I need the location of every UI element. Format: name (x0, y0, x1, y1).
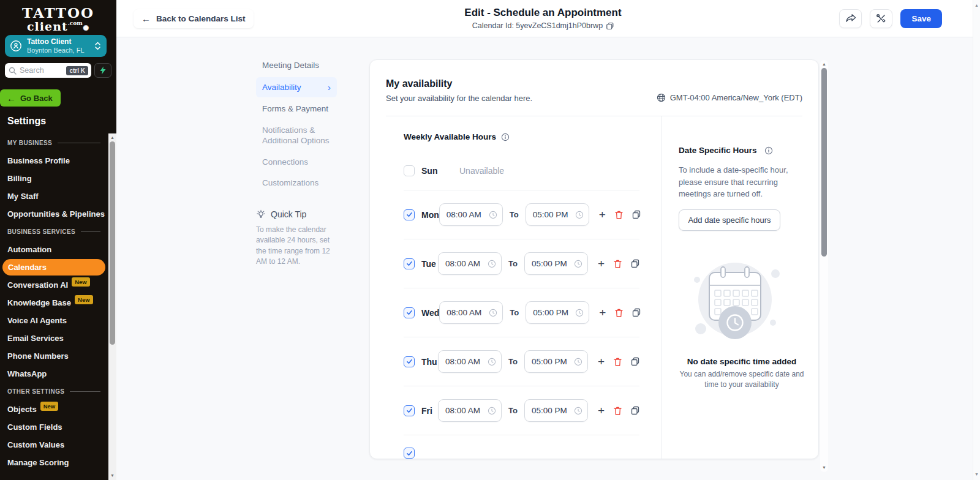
day-label: Fri (421, 406, 438, 416)
end-time-input-thu[interactable]: 05:00 PM (524, 350, 588, 373)
day-label: Tue (421, 259, 438, 269)
copy-hours-button[interactable] (632, 308, 641, 317)
account-switcher[interactable]: Tattoo Client Boynton Beach, FL (5, 35, 107, 57)
clock-icon (488, 358, 496, 366)
sidebar-scrollbar-thumb[interactable] (110, 141, 115, 345)
settings-menu: MY BUSINESS Business Profile Billing My … (0, 134, 108, 471)
sidebar-item-conversation-ai[interactable]: Conversation AINew (0, 276, 108, 294)
quick-tip: Quick Tip To make the calendar available… (256, 209, 338, 268)
end-time-input-tue[interactable]: 05:00 PM (524, 252, 588, 275)
quick-tip-title: Quick Tip (271, 209, 306, 219)
delete-hours-button[interactable] (613, 406, 622, 416)
sidebar-item-custom-fields[interactable]: Custom Fields (0, 418, 108, 436)
scroll-up-icon[interactable]: ▲ (822, 61, 826, 67)
sidebar-item-business-profile[interactable]: Business Profile (0, 152, 108, 170)
sidebar-item-my-staff[interactable]: My Staff (0, 187, 108, 205)
copy-hours-button[interactable] (631, 357, 639, 366)
copy-hours-button[interactable] (632, 210, 641, 219)
scroll-up-icon[interactable]: ▲ (110, 135, 115, 140)
day-row-tue: Tue 08:00 AM To 05:00 PM + (404, 239, 639, 288)
to-label: To (508, 259, 518, 268)
day-checkbox-wed[interactable] (404, 307, 415, 318)
weekly-hours-panel: Weekly Available Hours Sun Unavailable (370, 116, 661, 459)
sidebar-scrollbar[interactable]: ▲ ▼ (108, 133, 116, 480)
menu-section-other-settings: OTHER SETTINGS (0, 383, 108, 400)
copy-hours-button[interactable] (631, 259, 639, 268)
sidebar-item-knowledge-base[interactable]: Knowledge BaseNew (0, 294, 108, 312)
tab-forms-payment[interactable]: Forms & Payment (256, 99, 337, 119)
scroll-down-icon[interactable]: ▼ (822, 465, 826, 470)
tab-customizations[interactable]: Customizations (256, 173, 337, 193)
end-time-input-fri[interactable]: 05:00 PM (524, 399, 588, 422)
to-label: To (510, 308, 519, 317)
clock-icon (574, 407, 582, 415)
add-hours-button[interactable]: + (599, 209, 606, 220)
day-checkbox-fri[interactable] (404, 405, 415, 416)
sidebar-item-phone-numbers[interactable]: Phone Numbers (0, 347, 108, 365)
add-hours-button[interactable]: + (598, 356, 605, 367)
empty-state-subtitle: You can add/remove specific date and tim… (679, 369, 805, 391)
start-time-input-mon[interactable]: 08:00 AM (439, 203, 503, 226)
day-checkbox-tue[interactable] (404, 258, 415, 269)
tab-meeting-details[interactable]: Meeting Details (256, 56, 337, 75)
scroll-up-icon[interactable]: ▲ (974, 2, 979, 8)
info-icon[interactable] (764, 146, 773, 155)
day-checkbox-mon[interactable] (404, 209, 415, 220)
delete-hours-button[interactable] (614, 308, 624, 318)
scroll-down-icon[interactable]: ▼ (110, 473, 115, 478)
page-scrollbar[interactable]: ▲ ▼ (973, 0, 980, 480)
day-checkbox-thu[interactable] (404, 356, 415, 367)
sidebar-item-custom-values[interactable]: Custom Values (0, 436, 108, 454)
content-area: Meeting Details Availability› Forms & Pa… (116, 37, 973, 480)
content-scrollbar[interactable]: ▲ ▼ (820, 60, 828, 472)
sidebar-item-opportunities-pipelines[interactable]: Opportunities & Pipelines (0, 205, 108, 223)
day-checkbox-sat[interactable] (404, 448, 415, 459)
delete-hours-button[interactable] (614, 210, 624, 220)
start-time-input-fri[interactable]: 08:00 AM (438, 399, 502, 422)
sidebar-item-billing[interactable]: Billing (0, 170, 108, 187)
calendar-id-text: Calendar Id: 5yevZeCS1dmj1hP0brwp (472, 21, 603, 30)
sidebar-item-voice-ai-agents[interactable]: Voice AI Agents (0, 312, 108, 329)
add-date-specific-hours-button[interactable]: Add date specific hours (679, 209, 780, 231)
start-time-input-thu[interactable]: 08:00 AM (438, 350, 502, 373)
scroll-down-icon[interactable]: ▼ (974, 471, 979, 477)
search-shortcut-badge: ctrl K (66, 66, 88, 75)
day-row-thu: Thu 08:00 AM To 05:00 PM + (404, 337, 639, 386)
sidebar-item-calendars[interactable]: Calendars (2, 259, 105, 276)
sidebar-item-email-services[interactable]: Email Services (0, 329, 108, 347)
start-time-input-wed[interactable]: 08:00 AM (439, 301, 503, 324)
empty-calendar-illustration (686, 255, 784, 348)
clock-icon (489, 211, 497, 219)
day-checkbox-sun[interactable] (404, 165, 415, 176)
end-time-input-wed[interactable]: 05:00 PM (526, 301, 589, 324)
sidebar-item-manage-scoring[interactable]: Manage Scoring (0, 454, 108, 471)
info-icon[interactable] (501, 133, 510, 141)
copy-icon[interactable] (606, 22, 614, 30)
to-label: To (508, 406, 518, 415)
add-hours-button[interactable]: + (599, 307, 606, 318)
add-hours-button[interactable]: + (598, 258, 605, 269)
troubleshoot-tools-button[interactable] (870, 9, 892, 28)
sidebar-item-automation[interactable]: Automation (0, 241, 108, 258)
sidebar-item-objects[interactable]: ObjectsNew (0, 400, 108, 418)
back-to-calendars-link[interactable]: ← Back to Calendars List (134, 9, 254, 28)
tab-notifications-additional-options[interactable]: Notifications & Additional Options (256, 121, 337, 151)
quick-actions-button[interactable] (94, 63, 111, 78)
sidebar-item-whatsapp[interactable]: WhatsApp (0, 365, 108, 383)
start-time-input-tue[interactable]: 08:00 AM (438, 252, 502, 275)
go-back-button[interactable]: ← Go Back (0, 89, 61, 107)
search-input[interactable]: Search ctrl K (5, 63, 91, 78)
copy-hours-button[interactable] (631, 406, 639, 415)
delete-hours-button[interactable] (613, 259, 622, 269)
end-time-input-mon[interactable]: 05:00 PM (526, 203, 589, 226)
tab-connections[interactable]: Connections (256, 152, 337, 172)
save-button[interactable]: Save (900, 9, 942, 28)
add-hours-button[interactable]: + (598, 405, 605, 416)
share-button[interactable] (839, 9, 862, 28)
timezone-display[interactable]: GMT-04:00 America/New_York (EDT) (657, 93, 802, 102)
tab-availability[interactable]: Availability› (256, 77, 337, 98)
content-scrollbar-thumb[interactable] (821, 68, 827, 257)
delete-hours-button[interactable] (613, 357, 622, 367)
empty-state-title: No date specific time added (679, 357, 805, 366)
clock-icon (575, 211, 584, 219)
